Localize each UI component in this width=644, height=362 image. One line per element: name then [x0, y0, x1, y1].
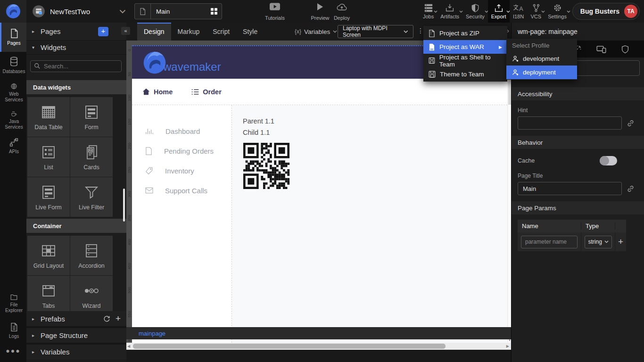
wizard-steps-icon: [83, 282, 100, 299]
variables-button[interactable]: {x} Variables: [295, 23, 337, 41]
panel-section-prefabs[interactable]: ▸ Prefabs +: [26, 311, 126, 326]
param-type-select[interactable]: string: [585, 236, 612, 248]
panel-section-pages[interactable]: ▸ Pages +: [26, 23, 126, 41]
bind-link-icon[interactable]: [627, 119, 635, 127]
section-behavior[interactable]: Behavior: [512, 136, 644, 149]
widget-cards[interactable]: Cards: [70, 137, 113, 177]
qr-code-image: [243, 143, 290, 189]
add-param-button[interactable]: +: [618, 237, 623, 247]
refresh-icon[interactable]: [103, 315, 110, 322]
menu-item-theme-to-team[interactable]: Theme to Team: [423, 67, 507, 81]
sidebar-item-logs[interactable]: Logs: [0, 319, 26, 343]
cloud-upload-icon: [336, 3, 347, 11]
nav-item-support-calls[interactable]: Support Calls: [132, 181, 231, 200]
tab-script[interactable]: Script: [206, 23, 236, 41]
panel-scrollbar[interactable]: [123, 189, 125, 222]
sidebar-item-java-services[interactable]: Java Services: [0, 107, 26, 134]
page-selector[interactable]: Main: [134, 3, 222, 19]
tab-design[interactable]: Design: [137, 23, 171, 41]
panel-section-widgets[interactable]: ▾ Widgets: [26, 41, 126, 55]
breadcrumb-order[interactable]: Order: [191, 88, 222, 96]
menu-item-project-as-zip[interactable]: Project as ZIP: [423, 26, 507, 40]
pages-icon: [9, 28, 19, 39]
tab-style[interactable]: Style: [236, 23, 264, 41]
zip-file-icon: [429, 30, 435, 37]
settings-button[interactable]: Settings: [545, 0, 570, 23]
widget-wizard[interactable]: Wizard: [70, 276, 113, 315]
section-accessibility[interactable]: Accessibility: [512, 87, 644, 100]
artifacts-download-icon: [445, 4, 454, 12]
canvas-more-options-icon[interactable]: ⋮: [417, 27, 424, 34]
team-name: Bug Busters: [580, 8, 619, 15]
tab-markup[interactable]: Markup: [171, 23, 206, 41]
widget-search: [30, 60, 122, 72]
nav-item-pending-orders[interactable]: Pending Orders: [132, 141, 231, 161]
sidebar-item-file-explorer[interactable]: File Explorer: [0, 290, 26, 317]
scroll-left-arrow-icon[interactable]: ◀: [127, 344, 130, 348]
widget-live-filter[interactable]: Live Filter: [70, 177, 113, 217]
jobs-button[interactable]: Jobs: [420, 0, 437, 23]
widget-grid-layout[interactable]: Grid Layout: [27, 236, 70, 275]
sidebar-item-apis[interactable]: APIs: [0, 134, 26, 158]
canvas-content[interactable]: Parent 1.1 Child 1.1: [232, 105, 507, 343]
widget-search-input[interactable]: [30, 60, 122, 72]
add-prefab-button[interactable]: +: [116, 315, 121, 322]
status-page-link[interactable]: mainpage: [139, 330, 165, 337]
section-page-params[interactable]: Page Params: [512, 201, 644, 214]
tabs-icon: [40, 282, 57, 299]
canvas-vertical-scrollbar[interactable]: ▼: [507, 45, 511, 343]
column-header-name: Name: [518, 222, 581, 230]
canvas-horizontal-scrollbar[interactable]: ◀ ▶: [126, 343, 511, 350]
i18n-button[interactable]: A I18N: [510, 0, 528, 23]
bind-link-icon[interactable]: [627, 185, 635, 193]
vcs-button[interactable]: VCS: [528, 0, 545, 23]
menu-item-project-as-shell-to-team[interactable]: Project as Shell to Team: [423, 54, 507, 67]
nav-item-dashboard[interactable]: Dashboard: [132, 121, 231, 141]
sidebar-item-databases[interactable]: Databases: [0, 52, 26, 79]
panel-section-page-structure[interactable]: ▸ Page Structure: [26, 328, 126, 343]
page-title-input[interactable]: [518, 182, 622, 195]
export-menu: Project as ZIP Project as WAR ▶ Project …: [423, 26, 507, 82]
menu-item-project-as-war[interactable]: Project as WAR ▶: [423, 40, 507, 54]
param-name-input[interactable]: [521, 236, 578, 248]
sidebar-item-pages[interactable]: Pages: [0, 23, 26, 52]
user-avatar[interactable]: TA: [624, 5, 637, 18]
caret-right-icon: ▸: [32, 316, 41, 321]
tutorials-button[interactable]: Tutorials: [260, 3, 289, 21]
panel-section-variables[interactable]: ▸ Variables: [26, 345, 126, 359]
widget-list[interactable]: List: [27, 137, 70, 177]
widget-form[interactable]: Form: [70, 97, 113, 137]
profile-deployment[interactable]: deployment: [506, 66, 577, 79]
hint-input[interactable]: [518, 116, 622, 130]
widget-tabs[interactable]: Tabs: [27, 276, 70, 315]
design-canvas[interactable]: wavemaker Home Order Dashboard: [132, 45, 507, 343]
chevron-down-icon: [567, 6, 570, 15]
team-menu[interactable]: Bug Busters TA: [572, 3, 640, 20]
deploy-button[interactable]: Deploy: [327, 3, 356, 21]
horizontal-scroll-thumb[interactable]: [133, 344, 446, 349]
cache-toggle[interactable]: [600, 156, 617, 165]
nav-item-inventory[interactable]: Inventory: [132, 161, 231, 181]
widget-data-table[interactable]: Data Table: [27, 97, 70, 137]
profile-user-icon: [512, 69, 519, 76]
project-menu[interactable]: NewTestTwo: [32, 0, 126, 23]
widget-accordion[interactable]: Accordion: [70, 236, 113, 275]
more-sidebar-items-icon[interactable]: ●●●: [0, 347, 26, 354]
artifacts-button[interactable]: Artifacts: [437, 0, 462, 23]
device-selector[interactable]: Laptop with MDPI Screen: [338, 25, 413, 38]
parent-label: Parent 1.1: [243, 117, 507, 125]
activity-bar: Pages Databases Web Services Java Servic…: [0, 23, 26, 362]
scroll-right-arrow-icon[interactable]: ▶: [506, 344, 509, 348]
devices-icon[interactable]: [596, 45, 606, 53]
page-grid-icon[interactable]: [210, 8, 222, 15]
sidebar-item-web-services[interactable]: Web Services: [0, 79, 26, 107]
breadcrumb-home[interactable]: Home: [142, 88, 173, 96]
widget-live-form[interactable]: Live Form: [27, 177, 70, 217]
add-page-button[interactable]: +: [98, 27, 108, 36]
security-button[interactable]: Security: [462, 0, 488, 23]
export-button[interactable]: Export: [488, 0, 510, 23]
collapse-panel-button[interactable]: «: [121, 27, 130, 35]
wavemaker-logo[interactable]: [0, 0, 26, 23]
security-shield-outline-icon[interactable]: [621, 45, 629, 54]
profile-development[interactable]: development: [506, 52, 577, 66]
